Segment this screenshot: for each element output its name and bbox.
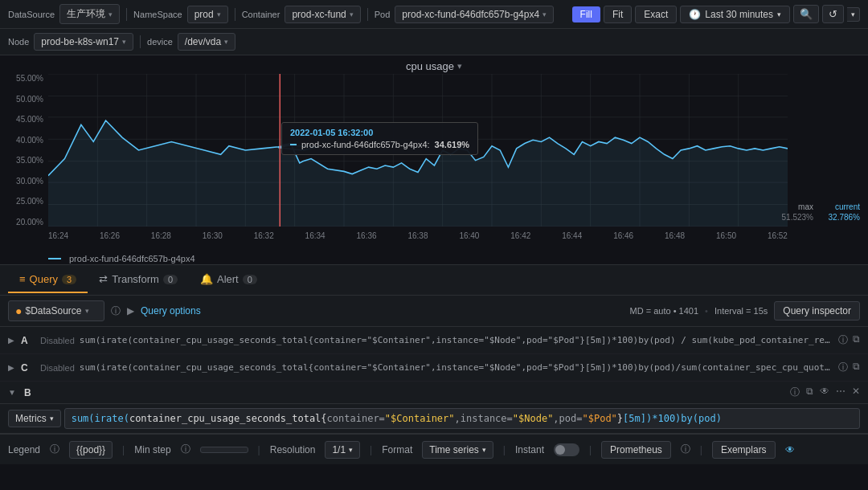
chevron-down-icon: ▾ [224,38,228,46]
info-a-icon[interactable]: ⓘ [838,333,848,347]
refresh-button[interactable]: ↺ [822,5,844,23]
separator [367,8,368,21]
metrics-select[interactable]: Metrics ▾ [8,410,61,427]
tab-query[interactable]: ≡ Query 3 [8,267,88,293]
copy-c-icon[interactable]: ⧉ [853,361,860,374]
datasource-icon: ● [15,304,22,317]
query-options-link[interactable]: Query options [141,305,201,316]
chevron-down-icon[interactable]: ▾ [457,61,462,71]
info-c-icon[interactable]: ⓘ [838,361,848,374]
query-row-c-icons: ⓘ ⧉ [838,361,860,374]
tabs-bar: ≡ Query 3 ⇄ Transform 0 🔔 Alert 0 [0,265,868,296]
query-options-row: ● $DataSource ▾ ⓘ ▶ Query options MD = a… [0,296,868,327]
pod-dropdown[interactable]: prod-xc-fund-646dfc657b-g4px4 ▾ [395,6,554,23]
node-label: Node [8,37,29,47]
series-legend: prod-xc-fund-646dfc657b-g4px4 [0,251,868,267]
query-options-right: MD = auto • 1401 • Interval = 15s Query … [630,301,860,321]
container-dropdown[interactable]: prod-xc-fund ▾ [285,6,360,23]
exemplars-button[interactable]: Exemplars [712,441,776,459]
tab-transform[interactable]: ⇄ Transform 0 [88,267,189,293]
copy-a-icon[interactable]: ⧉ [853,333,860,347]
chart-title: cpu usage ▾ [0,55,868,74]
info-icon[interactable]: ⓘ [111,304,121,318]
refresh-dropdown-button[interactable]: ▾ [847,7,860,22]
separator [235,8,235,21]
chart-area: cpu usage ▾ 55.00% 50.00% 45.00% 40.00% … [0,55,868,264]
chevron-down-icon: ▾ [349,446,353,454]
min-step-input[interactable] [200,447,248,453]
query-inspector-button[interactable]: Query inspector [774,301,860,321]
alert-tab-icon: 🔔 [200,273,213,285]
collapse-b-icon[interactable]: ▼ [8,388,16,397]
prometheus-button[interactable]: Prometheus [601,441,671,459]
separator [140,35,141,48]
chevron-down-icon: ▾ [85,307,89,315]
chevron-down-icon: ▾ [777,10,781,18]
device-dropdown[interactable]: /dev/vda ▾ [178,33,235,51]
series-legend-dot [48,258,61,259]
query-row-a: ▶ A Disabled sum(irate(container_cpu_usa… [0,327,868,354]
datasource-label: DataSource [8,10,55,19]
fill-button[interactable]: Fill [572,6,600,22]
chevron-down-icon: ▾ [50,414,54,423]
container-label: Container [242,10,280,19]
delete-b-icon[interactable]: ✕ [852,386,860,399]
datasource-select[interactable]: ● $DataSource ▾ [8,300,104,321]
query-tab-icon: ≡ [19,273,26,285]
second-toolbar: Node prod-be-k8s-wn17 ▾ device /dev/vda … [0,29,868,55]
separator [126,8,127,21]
chevron-down-icon: ▾ [217,10,221,18]
active-query-header: ▼ B ⓘ ⧉ 👁 ⋯ ✕ [0,382,868,404]
exact-button[interactable]: Exact [635,6,677,23]
legend-info-icon[interactable]: ⓘ [50,443,59,456]
pod-label: Pod [375,10,391,19]
chart-line-svg [48,74,788,227]
resolution-select[interactable]: 1/1 ▾ [325,441,360,459]
chart-y-axis: 55.00% 50.00% 45.00% 40.00% 35.00% 30.00… [8,74,47,227]
expand-c-icon[interactable]: ▶ [8,363,14,372]
chart-container: 55.00% 50.00% 45.00% 40.00% 35.00% 30.00… [8,74,860,251]
more-b-icon[interactable]: ⋯ [836,386,845,399]
expand-icon[interactable]: ▶ [127,305,134,316]
namespace-label: NameSpace [133,10,182,19]
active-query-section: ▼ B ⓘ ⧉ 👁 ⋯ ✕ Metrics ▾ sum(irate(contai… [0,382,868,434]
format-select[interactable]: Time series ▾ [422,441,493,459]
chevron-down-icon: ▾ [108,10,113,18]
chevron-down-icon: ▾ [482,446,486,454]
chart-legend: max current 51.523% 32.786% [789,74,860,227]
toggle-knob [555,445,565,455]
chevron-down-icon: ▾ [122,38,126,46]
bottom-panel: ≡ Query 3 ⇄ Transform 0 🔔 Alert 0 ● $Dat… [0,264,868,434]
info-b-icon[interactable]: ⓘ [790,386,800,399]
copy-b-icon[interactable]: ⧉ [806,386,813,399]
legend-value[interactable]: {{pod}} [69,441,113,459]
time-range-picker[interactable]: 🕐 Last 30 minutes ▾ [680,6,790,23]
query-row-a-icons: ⓘ ⧉ [838,333,860,347]
fit-button[interactable]: Fit [604,6,632,23]
query-row-c: ▶ C Disabled sum(irate(container_cpu_usa… [0,354,868,382]
transform-tab-icon: ⇄ [99,273,108,285]
query-input[interactable]: sum(irate(container_cpu_usage_seconds_to… [64,408,860,429]
hide-b-icon[interactable]: 👁 [820,386,829,399]
node-dropdown[interactable]: prod-be-k8s-wn17 ▾ [34,33,133,51]
datasource-dropdown[interactable]: 生产环境 ▾ [59,4,120,24]
zoom-out-button[interactable]: 🔍 [793,5,819,23]
min-step-info-icon[interactable]: ⓘ [181,443,190,456]
chart-svg-area[interactable] [48,74,788,227]
bottom-fields: Legend ⓘ {{pod}} | Min step ⓘ | Resoluti… [0,434,868,464]
top-toolbar: DataSource 生产环境 ▾ NameSpace prod ▾ Conta… [0,0,868,29]
expand-a-icon[interactable]: ▶ [8,336,14,345]
chart-x-axis: 16:24 16:26 16:28 16:30 16:32 16:34 16:3… [48,231,788,251]
namespace-dropdown[interactable]: prod ▾ [187,6,228,23]
prometheus-info-icon[interactable]: ⓘ [681,443,690,456]
exemplars-eye-icon[interactable]: 👁 [785,444,795,455]
instant-toggle[interactable] [554,443,579,456]
device-label: device [147,37,173,47]
active-query-icons: ⓘ ⧉ 👁 ⋯ ✕ [790,386,860,399]
chevron-down-icon: ▾ [350,10,354,18]
query-input-row: Metrics ▾ sum(irate(container_cpu_usage_… [0,404,868,433]
tab-alert[interactable]: 🔔 Alert 0 [189,267,268,293]
clock-icon: 🕐 [689,9,701,20]
chevron-down-icon: ▾ [542,10,547,18]
